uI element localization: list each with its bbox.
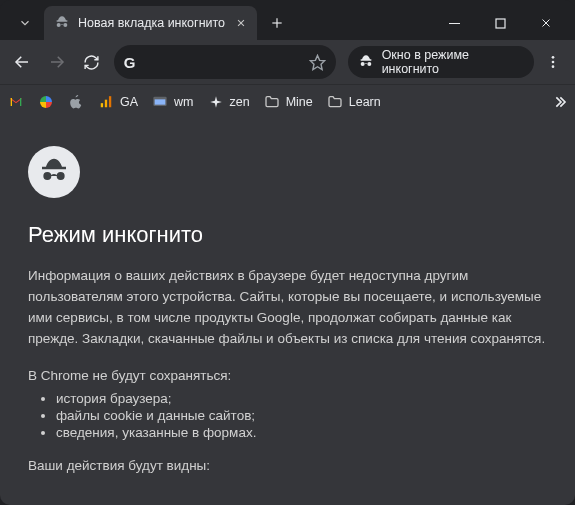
bookmark-folder-learn[interactable]: Learn <box>327 94 381 110</box>
reload-button[interactable] <box>75 45 108 79</box>
new-tab-button[interactable] <box>263 9 291 37</box>
back-button[interactable] <box>6 45 39 79</box>
list-item: история браузера; <box>56 391 547 406</box>
apple-icon <box>68 94 84 110</box>
sparkle-icon <box>208 94 224 110</box>
gmail-icon <box>8 94 24 110</box>
titlebar: Новая вкладка инкогнито <box>0 0 575 40</box>
minimize-button[interactable] <box>431 6 477 40</box>
bookmark-folder-mine[interactable]: Mine <box>264 94 313 110</box>
search-tabs-button[interactable] <box>6 16 44 30</box>
address-bar[interactable]: G <box>114 45 336 79</box>
svg-point-13 <box>551 65 554 68</box>
incognito-icon <box>54 15 70 31</box>
svg-marker-10 <box>310 55 324 69</box>
google-g-icon: G <box>124 54 136 71</box>
visible-label: Ваши действия будут видны: <box>28 458 547 473</box>
svg-rect-18 <box>155 99 166 104</box>
bookmark-label: wm <box>174 95 193 109</box>
page-heading: Режим инкогнито <box>28 222 547 248</box>
bookmark-zen[interactable]: zen <box>208 94 250 110</box>
bookmark-label: GA <box>120 95 138 109</box>
svg-rect-15 <box>105 99 107 107</box>
bookmark-gmail[interactable] <box>8 94 24 110</box>
active-tab[interactable]: Новая вкладка инкогнито <box>44 6 257 40</box>
search-console-icon <box>152 94 168 110</box>
svg-point-11 <box>551 56 554 59</box>
bookmark-wm[interactable]: wm <box>152 94 193 110</box>
bookmarks-overflow-button[interactable] <box>551 94 567 110</box>
bookmark-label: Learn <box>349 95 381 109</box>
toolbar: G Окно в режиме инкогнито <box>0 40 575 84</box>
page-content: Режим инкогнито Информация о ваших дейст… <box>0 118 575 505</box>
forward-button[interactable] <box>41 45 74 79</box>
bookmark-photos[interactable] <box>38 94 54 110</box>
not-saved-label: В Chrome не будут сохраняться: <box>28 368 547 383</box>
bookmark-star-icon[interactable] <box>309 54 326 71</box>
svg-rect-5 <box>496 19 505 28</box>
incognito-chip[interactable]: Окно в режиме инкогнито <box>348 46 535 78</box>
bookmark-label: zen <box>230 95 250 109</box>
bookmarks-bar: GA wm zen Mine Learn <box>0 84 575 118</box>
incognito-chip-label: Окно в режиме инкогнито <box>382 48 523 76</box>
not-saved-list: история браузера; файлы cookie и данные … <box>28 391 547 440</box>
incognito-icon <box>358 54 374 70</box>
tab-title: Новая вкладка инкогнито <box>78 16 225 30</box>
analytics-icon <box>98 94 114 110</box>
menu-button[interactable] <box>536 45 569 79</box>
bookmark-ga[interactable]: GA <box>98 94 138 110</box>
list-item: сведения, указанные в формах. <box>56 425 547 440</box>
close-window-button[interactable] <box>523 6 569 40</box>
svg-point-12 <box>551 61 554 64</box>
close-tab-button[interactable] <box>233 15 249 31</box>
list-item: файлы cookie и данные сайтов; <box>56 408 547 423</box>
folder-icon <box>327 94 343 110</box>
bookmark-label: Mine <box>286 95 313 109</box>
svg-rect-14 <box>101 103 103 107</box>
folder-icon <box>264 94 280 110</box>
intro-paragraph: Информация о ваших действиях в браузере … <box>28 266 547 350</box>
incognito-hero-icon <box>28 146 80 198</box>
pinwheel-icon <box>38 94 54 110</box>
svg-rect-16 <box>109 96 111 107</box>
maximize-button[interactable] <box>477 6 523 40</box>
bookmark-apple[interactable] <box>68 94 84 110</box>
